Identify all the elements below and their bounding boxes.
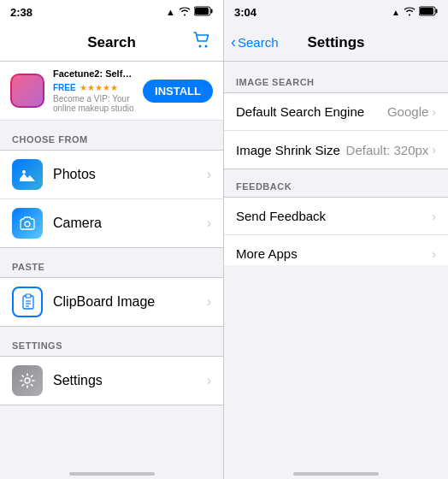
camera-icon (12, 208, 43, 239)
ad-app-icon (10, 74, 44, 108)
back-chevron-icon: ‹ (231, 33, 236, 51)
paste-header: PASTE (0, 248, 223, 277)
svg-rect-16 (420, 8, 433, 15)
image-shrink-size-value: Default: 320px (346, 143, 429, 157)
camera-row[interactable]: Camera › (0, 199, 223, 247)
paste-group: ClipBoard Image › (0, 277, 223, 327)
svg-point-4 (205, 44, 208, 47)
settings-group-left: Settings › (0, 356, 223, 405)
settings-chevron-left: › (207, 373, 211, 388)
more-apps-chevron: › (432, 247, 436, 261)
more-apps-label: More Apps (236, 246, 432, 261)
clipboard-row[interactable]: ClipBoard Image › (0, 278, 223, 326)
settings-label-left: Settings (53, 373, 197, 388)
photos-icon (12, 159, 43, 190)
svg-point-7 (25, 222, 30, 227)
left-nav-bar: Search (0, 24, 223, 62)
right-nav-title: Settings (307, 34, 364, 51)
choose-from-header: CHOOSE FROM (0, 121, 223, 150)
photos-row[interactable]: Photos › (0, 151, 223, 199)
send-feedback-row[interactable]: Send Feedback › (224, 198, 448, 235)
ad-title: Facetune2: Selfie Editor & Cam (53, 68, 134, 79)
default-search-engine-label: Default Search Engine (236, 104, 387, 119)
time-left: 2:38 (10, 6, 32, 19)
camera-chevron: › (207, 216, 211, 231)
ad-text-block: Facetune2: Selfie Editor & Cam FREE ★★★★… (53, 68, 134, 113)
svg-point-13 (25, 378, 30, 383)
battery-icon-right (419, 6, 438, 18)
svg-rect-15 (436, 9, 438, 14)
clipboard-icon-bg (12, 287, 43, 317)
ad-stars: ★★★★★ (80, 83, 118, 92)
clipboard-chevron: › (207, 294, 211, 310)
image-search-group: Default Search Engine Google › Image Shr… (224, 92, 448, 169)
right-nav-bar: ‹ Search Settings (224, 24, 448, 62)
image-shrink-size-row[interactable]: Image Shrink Size Default: 320px › (224, 131, 448, 169)
wifi-icon-right (404, 6, 416, 18)
photos-label: Photos (53, 167, 197, 182)
camera-label: Camera (53, 216, 197, 231)
svg-rect-2 (195, 8, 209, 15)
wifi-icon-left (179, 6, 191, 18)
status-bar-right: 3:04 ▲ (224, 0, 448, 24)
default-search-engine-value: Google (387, 104, 428, 119)
svg-point-3 (199, 44, 202, 47)
left-nav-title: Search (87, 34, 136, 51)
image-shrink-size-chevron: › (432, 143, 436, 157)
install-button[interactable]: INSTALL (143, 80, 213, 103)
back-button[interactable]: ‹ Search (231, 33, 279, 51)
signal-icon-left: ▲ (166, 7, 175, 17)
svg-rect-1 (211, 9, 213, 14)
cart-icon[interactable] (192, 31, 211, 55)
more-apps-row[interactable]: More Apps › (224, 235, 448, 265)
right-panel: 3:04 ▲ ‹ Search Settings IMAGE SEARCH De… (224, 0, 448, 479)
settings-icon (12, 365, 43, 396)
home-indicator-right (224, 465, 448, 479)
ad-price: FREE (53, 83, 76, 92)
ad-banner[interactable]: Facetune2: Selfie Editor & Cam FREE ★★★★… (0, 62, 223, 121)
home-bar-left (69, 472, 155, 476)
svg-point-6 (22, 170, 26, 174)
signal-icon-right: ▲ (392, 8, 400, 17)
settings-content: IMAGE SEARCH Default Search Engine Googl… (224, 62, 448, 265)
send-feedback-label: Send Feedback (236, 209, 432, 223)
image-search-section-header: IMAGE SEARCH (224, 65, 448, 92)
choose-from-group: Photos › Camera › (0, 150, 223, 248)
settings-header-left: SETTINGS (0, 327, 223, 356)
default-search-engine-row[interactable]: Default Search Engine Google › (224, 93, 448, 131)
settings-row-left[interactable]: Settings › (0, 357, 223, 405)
feedback-group: Send Feedback › More Apps › Write a Revi… (224, 197, 448, 265)
battery-icon-left (194, 6, 213, 18)
feedback-section-header: FEEDBACK (224, 169, 448, 197)
status-icons-right: ▲ (392, 6, 438, 18)
left-panel: 2:38 ▲ Search Facetune2: Selfie Edi (0, 0, 224, 479)
home-bar-right (293, 472, 379, 476)
back-label: Search (238, 35, 279, 50)
ad-description: Become a VIP: Your online makeup studio (53, 94, 134, 113)
svg-rect-9 (26, 294, 31, 298)
status-bar-left: 2:38 ▲ (0, 0, 223, 24)
default-search-engine-chevron: › (432, 105, 436, 119)
send-feedback-chevron: › (432, 210, 436, 223)
clipboard-label: ClipBoard Image (53, 294, 197, 310)
time-right: 3:04 (234, 6, 256, 19)
home-indicator-left (0, 465, 223, 479)
photos-chevron: › (207, 167, 211, 182)
status-icons-left: ▲ (166, 6, 213, 18)
image-shrink-size-label: Image Shrink Size (236, 143, 346, 157)
